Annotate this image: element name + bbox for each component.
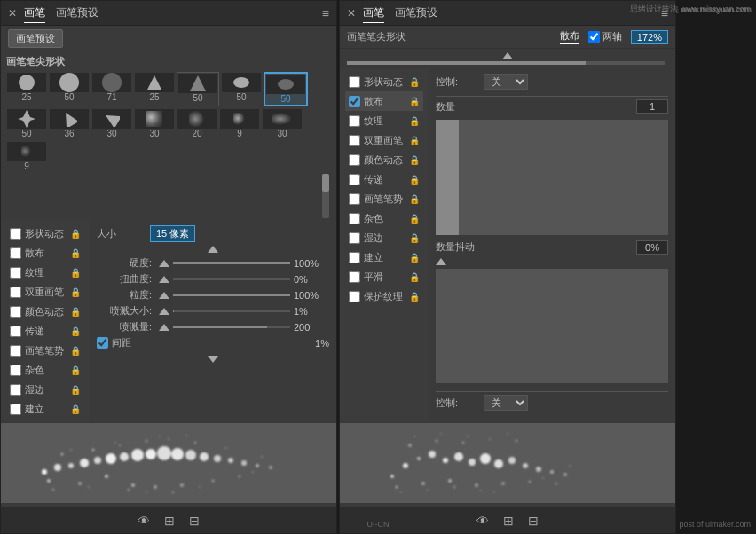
color-dynamics-checkbox[interactable] [10,306,21,318]
shape-dynamics-checkbox[interactable] [10,228,21,240]
right-eye-button[interactable]: 👁 [473,512,492,530]
left-panel-menu[interactable]: ≡ [322,6,329,20]
brush-thumb-3[interactable]: 71 [91,72,132,106]
spray-size-slider[interactable] [173,310,290,312]
right-smoothing-checkbox[interactable] [349,271,360,283]
transfer-checkbox[interactable] [10,326,21,337]
build-up-checkbox[interactable] [10,404,21,415]
right-wet-edges-checkbox[interactable] [349,232,360,244]
brush-pose-checkbox[interactable] [10,345,21,357]
brush-thumb-13[interactable]: 9 [219,108,260,139]
right-tab-preset[interactable]: 画笔预设 [395,4,437,23]
wet-edges-checkbox[interactable] [10,384,21,396]
sidebar-item-smoothing[interactable]: 平滑 🔒 [6,419,84,420]
svg-point-25 [47,479,51,483]
brush-thumb-15[interactable]: 9 [6,141,47,172]
right-brush-pose-checkbox[interactable] [349,193,360,205]
right-frame-button[interactable]: ⊟ [524,512,542,530]
right-dual-brush-checkbox[interactable] [349,135,360,146]
svg-point-67 [408,444,412,447]
brush-thumb-8[interactable]: 50 [6,108,47,139]
left-close-button[interactable]: ✕ [8,7,17,20]
brush-thumb-14[interactable]: 30 [262,108,303,139]
sidebar-item-scatter[interactable]: 散布 🔒 [6,243,84,263]
brush-thumb-1[interactable]: 25 [6,72,47,106]
svg-point-56 [443,458,448,463]
brush-thumb-9[interactable]: 36 [49,108,90,139]
noise-checkbox[interactable] [10,365,21,376]
right-control-select2[interactable]: 关 [484,395,528,411]
grain-slider[interactable] [173,294,290,296]
right-sidebar-item-protect-texture[interactable]: 保护纹理 🔒 [345,287,423,306]
sidebar-item-brush-pose[interactable]: 画笔笔势 🔒 [6,341,84,360]
dual-brush-checkbox[interactable] [10,287,21,298]
scatter-checkbox[interactable] [10,247,21,259]
right-jitter-slider[interactable] [436,269,668,384]
right-sidebar-item-transfer[interactable]: 传递 🔒 [345,169,423,189]
right-scatter-slider[interactable] [347,61,665,65]
right-sidebar-item-noise[interactable]: 杂色 🔒 [345,208,423,228]
left-grid-button[interactable]: ⊞ [161,512,178,530]
sidebar-item-build-up[interactable]: 建立 🔒 [6,399,84,419]
right-sidebar-item-color-dynamics[interactable]: 颜色动态 🔒 [345,150,423,169]
brush-thumb-5[interactable]: 50 [177,72,219,106]
right-control-select1[interactable]: 关 [484,74,528,90]
sidebar-item-dual-brush[interactable]: 双重画笔 🔒 [6,282,84,302]
sidebar-item-noise[interactable]: 杂色 🔒 [6,360,84,380]
sidebar-item-texture[interactable]: 纹理 🔒 [6,263,84,282]
angle-slider[interactable] [173,278,290,280]
hardness-slider[interactable] [173,262,290,264]
sidebar-item-wet-edges[interactable]: 湿边 🔒 [6,380,84,399]
right-shape-dynamics-checkbox[interactable] [349,76,360,88]
right-noise-checkbox[interactable] [349,213,360,224]
right-sidebar-item-dual-brush[interactable]: 双重画笔 🔒 [345,130,423,150]
left-eye-button[interactable]: 👁 [134,512,154,530]
sidebar-item-transfer[interactable]: 传递 🔒 [6,321,84,341]
right-scatter-checkbox[interactable] [349,96,360,107]
brush-thumb-12[interactable]: 20 [177,108,217,139]
svg-point-28 [92,449,95,452]
brush-thumb-10[interactable]: 30 [91,108,132,139]
right-sidebar-item-shape-dynamics[interactable]: 形状动态 🔒 [345,72,423,91]
brush-thumb-11[interactable]: 30 [134,108,175,139]
right-jitter-value[interactable]: 0% [636,240,668,255]
right-close-button[interactable]: ✕ [347,7,356,20]
right-tab-brush[interactable]: 画笔 [363,4,384,23]
sidebar-item-color-dynamics[interactable]: 颜色动态 🔒 [6,302,84,321]
right-color-dynamics-checkbox[interactable] [349,154,360,166]
brush-tip-label: 画笔笔尖形状 [1,51,336,70]
brush-thumb-4[interactable]: 25 [134,72,175,106]
right-count-value[interactable]: 1 [636,99,668,114]
right-scatter-slider-row [340,49,675,68]
right-scatter-value[interactable]: 172% [631,30,668,44]
right-sidebar-item-build-up[interactable]: 建立 🔒 [345,247,423,267]
main-container: 思绪设计技法 www.missyuan.com ✕ 画笔 画笔预设 ≡ 画笔预设… [0,0,756,534]
left-frame-button[interactable]: ⊟ [185,512,203,530]
spray-amount-slider[interactable] [173,326,290,328]
right-sidebar-item-texture[interactable]: 纹理 🔒 [345,111,423,130]
right-sidebar-item-scatter[interactable]: 散布 🔒 [345,91,423,111]
left-tab-preset[interactable]: 画笔预设 [56,4,98,23]
left-tab-brush[interactable]: 画笔 [24,4,45,23]
brush-thumb-2[interactable]: 50 [49,72,90,106]
spacing-checkbox[interactable] [97,337,108,349]
right-build-up-checkbox[interactable] [349,252,360,263]
right-protect-texture-checkbox[interactable] [349,291,360,302]
left-preset-button[interactable]: 画笔预设 [8,29,63,48]
left-panel-tabs: 画笔 画笔预设 [24,4,322,23]
right-biaxis-checkbox[interactable] [588,31,600,43]
texture-checkbox[interactable] [10,267,21,279]
right-scatter-tab[interactable]: 散布 [560,29,579,44]
right-grid-button[interactable]: ⊞ [500,512,517,530]
size-value[interactable]: 15 像素 [150,225,195,242]
right-sidebar-item-brush-pose[interactable]: 画笔笔势 🔒 [345,189,423,208]
brush-thumb-selected[interactable]: 50 [264,72,308,106]
right-sidebar-item-smoothing[interactable]: 平滑 🔒 [345,267,423,287]
right-count-slider[interactable] [436,120,668,235]
brush-thumb-6[interactable]: 50 [221,72,262,106]
grain-label: 粒度: [97,288,159,302]
sidebar-item-shape-dynamics[interactable]: 形状动态 🔒 [6,224,84,243]
right-transfer-checkbox[interactable] [349,174,360,185]
right-sidebar-item-wet-edges[interactable]: 湿边 🔒 [345,228,423,247]
right-texture-checkbox[interactable] [349,115,360,127]
